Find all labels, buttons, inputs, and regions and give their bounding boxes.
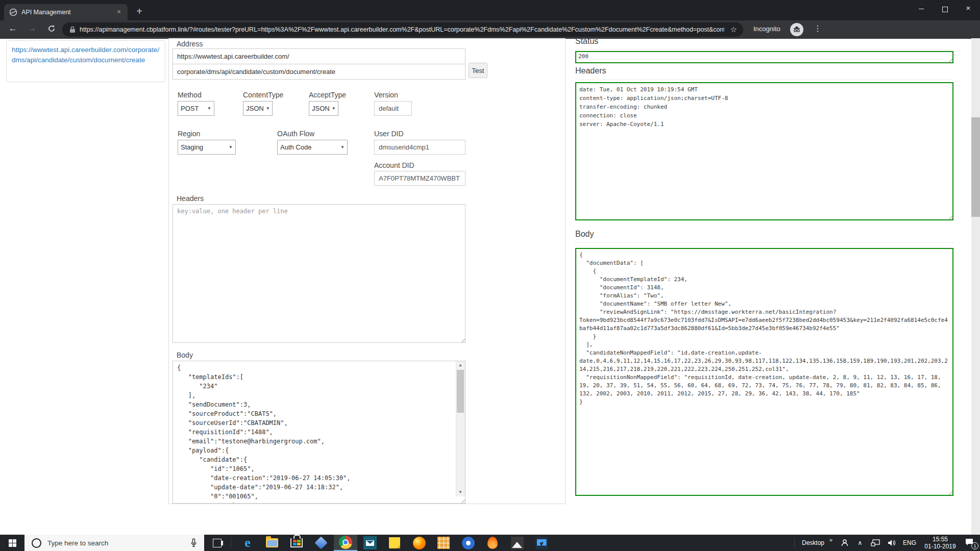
photos-icon	[511, 537, 524, 549]
taskbar-app-flame[interactable]	[481, 535, 504, 551]
url-text: https://apimanagement.cbplatform.link/?#…	[80, 26, 724, 33]
oauth-flow-select[interactable]: Auth Code ▼	[277, 140, 348, 155]
taskbar-app-file-explorer[interactable]	[260, 535, 284, 551]
desktop-toolbar[interactable]: Desktop	[798, 535, 828, 551]
blue-crystal-icon	[314, 536, 327, 549]
new-tab-button[interactable]: +	[133, 5, 146, 18]
path-input[interactable]: corporate/dms/api/candidate/custom/docum…	[173, 64, 465, 80]
window-minimize-button[interactable]	[910, 0, 933, 17]
taskbar-app-firefox[interactable]	[407, 535, 431, 551]
back-icon[interactable]: ←	[6, 23, 19, 34]
tray-time: 15:55	[924, 536, 955, 543]
accept-type-value: JSON	[312, 105, 330, 112]
tab-title: API Management	[21, 9, 114, 16]
taskbar-app-screen[interactable]	[530, 535, 553, 551]
blue-screen-icon	[535, 537, 548, 549]
account-did-input[interactable]: A7F0PT78MTMZ470WBBT	[374, 171, 465, 186]
chevron-down-icon: ▼	[332, 106, 336, 111]
resize-grip-icon[interactable]	[947, 489, 952, 495]
blue-circle-icon	[462, 537, 475, 549]
taskbar-search-box[interactable]: Type here to search	[24, 535, 204, 551]
browser-tab-bar: API Management × + ×	[0, 0, 980, 20]
browser-tab[interactable]: API Management ×	[4, 4, 128, 20]
routes-list-item: https://wwwtest.api.careerbuilder.com/co…	[6, 40, 165, 82]
cortana-icon	[32, 538, 41, 548]
incognito-icon	[790, 23, 803, 36]
taskbar-app-store[interactable]	[285, 535, 308, 551]
chevron-down-icon: ▼	[266, 106, 270, 111]
resize-grip-icon[interactable]	[947, 214, 952, 219]
page-scrollbar[interactable]	[971, 38, 980, 535]
textarea-scrollbar[interactable]: ▲ ▼	[456, 361, 465, 496]
taskbar-app-orange-tile[interactable]	[432, 535, 455, 551]
response-headers-text: date: Tue, 01 Oct 2019 10:19:54 GMT cont…	[576, 83, 952, 131]
taskbar-app-photos[interactable]	[505, 535, 529, 551]
scroll-down-icon[interactable]: ▼	[456, 488, 464, 496]
people-icon[interactable]	[837, 535, 852, 551]
store-bag-icon	[290, 538, 303, 547]
reload-icon[interactable]	[45, 24, 58, 35]
task-view-icon	[213, 539, 222, 547]
route-link[interactable]: https://wwwtest.api.careerbuilder.com/co…	[12, 46, 159, 64]
taskbar-app-mail[interactable]	[358, 535, 382, 551]
request-headers-textarea[interactable]: key:value, one header per line	[173, 204, 465, 343]
start-button[interactable]	[0, 535, 24, 551]
base-url-input[interactable]: https://wwwtest.api.careerbuilder.com/	[173, 48, 465, 64]
response-headers-box[interactable]: date: Tue, 01 Oct 2019 10:19:54 GMT cont…	[575, 82, 953, 220]
taskbar-app-blue-circle[interactable]	[456, 535, 480, 551]
address-bar[interactable]: https://apimanagement.cbplatform.link/?#…	[62, 22, 743, 37]
browser-menu-icon[interactable]: ⋮	[813, 23, 823, 33]
toolbar-more-icon[interactable]: »	[827, 532, 835, 548]
address-label: Address	[177, 40, 203, 48]
test-button[interactable]: Test	[469, 63, 487, 78]
taskbar-app-edge[interactable]: e	[236, 535, 259, 551]
folder-icon	[266, 538, 278, 547]
taskbar-app-chrome-active[interactable]	[334, 535, 357, 551]
taskbar-app-notes[interactable]	[383, 535, 406, 551]
region-select[interactable]: Staging ▼	[178, 140, 236, 155]
response-status-label: Status	[575, 37, 953, 50]
bookmark-star-icon[interactable]: ☆	[730, 25, 737, 34]
forward-icon[interactable]: →	[26, 23, 39, 34]
response-body-label: Body	[575, 230, 953, 243]
window-close-button[interactable]: ×	[957, 0, 980, 17]
accept-type-select[interactable]: JSON ▼	[309, 101, 338, 116]
response-headers-label: Headers	[575, 66, 953, 80]
content-type-select[interactable]: JSON ▼	[243, 101, 273, 116]
scrollbar-thumb[interactable]	[457, 370, 464, 413]
action-center-button[interactable]: 1	[962, 535, 979, 551]
notification-badge: 1	[971, 542, 978, 549]
scroll-up-icon[interactable]: ▲	[456, 361, 464, 369]
tray-chevron-up-icon[interactable]: ∧	[853, 535, 867, 551]
task-view-button[interactable]	[205, 535, 229, 551]
request-body-label: Body	[177, 351, 193, 359]
oauth-flow-label: OAuth Flow	[277, 130, 314, 138]
account-did-label: Account DID	[374, 161, 414, 169]
method-select[interactable]: POST ▼	[178, 101, 214, 116]
clock[interactable]: 15:55 01-10-2019	[920, 535, 961, 551]
response-body-box[interactable]: { "documentData": [ { "documentTemplateI…	[575, 248, 953, 496]
page-scrollbar-thumb[interactable]	[971, 117, 980, 217]
request-body-textarea[interactable]: { "templateIds":[ "234" ], "sendDocument…	[173, 361, 465, 504]
microphone-icon[interactable]	[190, 538, 197, 547]
flame-icon	[487, 537, 498, 549]
network-icon[interactable]	[868, 535, 883, 551]
chevron-down-icon: ▼	[229, 145, 233, 149]
incognito-label: Incognito	[753, 25, 780, 33]
desktop-label: Desktop	[802, 539, 824, 546]
user-did-label: User DID	[374, 130, 404, 138]
language-indicator[interactable]: ENG	[900, 535, 919, 551]
language-label: ENG	[903, 539, 916, 546]
speaker-icon[interactable]	[884, 535, 899, 551]
windows-taskbar: Type here to search e Desktop »	[0, 535, 980, 551]
response-status-box[interactable]: 200	[575, 51, 953, 63]
user-did-input[interactable]: dmsuserid4cmp1	[374, 140, 465, 155]
request-headers-label: Headers	[177, 194, 204, 203]
window-restore-button[interactable]	[933, 0, 957, 17]
lock-icon	[69, 26, 76, 33]
response-status-value: 200	[576, 52, 952, 61]
tab-close-icon[interactable]: ×	[114, 8, 124, 17]
resize-grip-icon[interactable]	[459, 337, 465, 342]
taskbar-app-blue-crystal[interactable]	[309, 535, 333, 551]
version-input[interactable]: default	[374, 101, 412, 116]
